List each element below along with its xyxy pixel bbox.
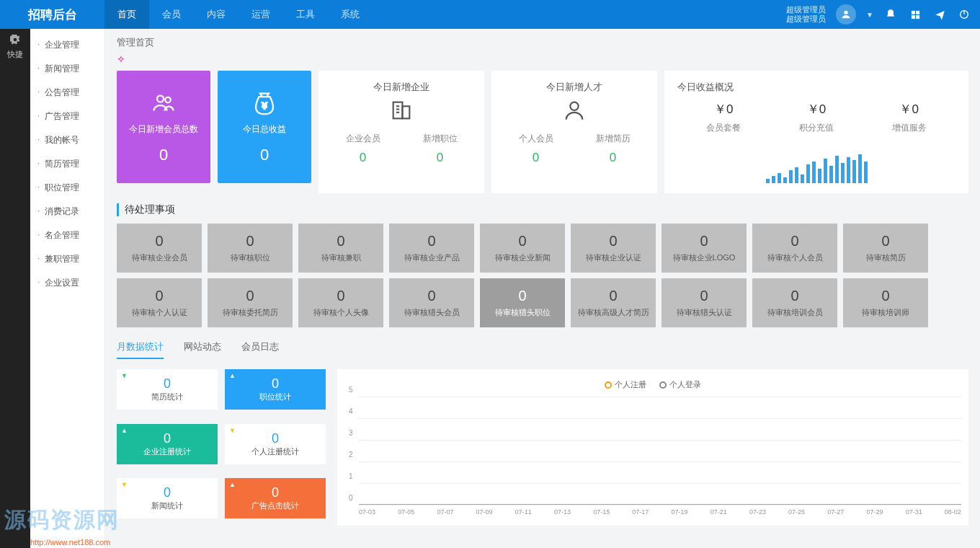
pending-item[interactable]: 0待审核猎头职位	[480, 278, 565, 327]
sidebar-item[interactable]: 名企管理	[30, 224, 104, 247]
sub-label: 企业会员	[346, 133, 380, 145]
x-tick: 07-31	[906, 508, 922, 516]
tile-value: 0	[159, 146, 168, 164]
y-tick: 5	[349, 386, 353, 394]
top-nav: 首页会员内容运营工具系统	[104, 0, 373, 29]
pending-item[interactable]: 0待审核企业LOGO	[662, 224, 747, 273]
topnav-item[interactable]: 内容	[194, 0, 239, 29]
bell-icon[interactable]	[883, 7, 898, 22]
sidebar-item[interactable]: 公告管理	[30, 81, 104, 105]
y-tick: 2	[349, 451, 353, 459]
gear-icon	[10, 35, 20, 45]
sidebar-item[interactable]: 企业设置	[30, 271, 104, 295]
spark-bar	[783, 177, 787, 183]
pending-grid: 0待审核企业会员0待审核职位0待审核兼职0待审核企业产品0待审核企业新闻0待审核…	[117, 224, 968, 327]
power-icon[interactable]	[957, 7, 971, 22]
topnav-item[interactable]: 系统	[328, 0, 373, 29]
stats-row: ▼0简历统计▲0职位统计▲0企业注册统计▼0个人注册统计▼0新闻统计▲0广告点击…	[117, 369, 968, 526]
pending-item[interactable]: 0待审核猎头会员	[389, 278, 474, 327]
trend-icon: ▲	[229, 481, 236, 488]
y-tick: 4	[349, 407, 353, 415]
send-icon[interactable]	[932, 7, 947, 22]
spark-bar	[806, 164, 810, 183]
pending-item[interactable]: 0待审核猎头认证	[662, 278, 747, 327]
svg-rect-11	[402, 106, 409, 118]
pending-item[interactable]: 0待审核企业新闻	[480, 224, 565, 273]
tile-new-members[interactable]: 今日新增会员总数 0	[117, 71, 210, 183]
revenue-item: ￥0会员套餐	[706, 101, 741, 134]
avatar[interactable]	[836, 4, 856, 25]
pending-item[interactable]: 0待审核培训会员	[752, 278, 837, 327]
pending-item[interactable]: 0待审核企业会员	[117, 224, 202, 273]
pending-item[interactable]: 0待审核委托简历	[208, 278, 293, 327]
stat-value: 0	[164, 485, 171, 500]
grid-line	[359, 461, 961, 462]
trend-icon: ▼	[229, 427, 236, 434]
quick-tab[interactable]: 快捷	[0, 29, 30, 548]
pending-label: 待审核猎头会员	[404, 307, 460, 318]
topnav-item[interactable]: 会员	[149, 0, 194, 29]
pending-item[interactable]: 0待审核职位	[208, 224, 293, 273]
stat-value: 0	[272, 376, 279, 392]
trend-icon: ▼	[121, 481, 128, 488]
sidebar-item[interactable]: 职位管理	[30, 176, 104, 200]
topnav-item[interactable]: 运营	[239, 0, 283, 29]
pending-label: 待审核高级人才简历	[578, 307, 649, 318]
pending-count: 0	[518, 233, 526, 249]
chevron-down-icon[interactable]: ▼	[866, 11, 873, 19]
brand-logo: 招聘后台	[0, 0, 104, 29]
panel-revenue: 今日收益概况 ￥0会员套餐￥0积分充值￥0增值服务	[664, 71, 968, 193]
tile-revenue[interactable]: ¥ 今日总收益 0	[218, 71, 311, 183]
pending-count: 0	[700, 288, 708, 304]
sub-label: 个人会员	[519, 133, 553, 145]
chart-legend: 个人注册 个人登录	[344, 379, 961, 390]
y-tick: 0	[349, 494, 353, 502]
pending-item[interactable]: 0待审核培训师	[843, 278, 928, 327]
pending-count: 0	[427, 233, 435, 249]
stat-tile[interactable]: ▲0职位统计	[225, 369, 326, 410]
sidebar-item[interactable]: 我的帐号	[30, 128, 104, 152]
sidebar-item[interactable]: 消费记录	[30, 200, 104, 224]
pending-item[interactable]: 0待审核高级人才简历	[571, 278, 656, 327]
stat-tile[interactable]: ▲0广告点击统计	[225, 478, 326, 518]
x-tick: 07-07	[437, 508, 453, 516]
spark-bar	[824, 159, 827, 183]
tab[interactable]: 月数据统计	[117, 340, 164, 359]
pending-item[interactable]: 0待审核简历	[843, 224, 928, 273]
y-tick: 3	[349, 429, 353, 437]
pending-item[interactable]: 0待审核个人头像	[298, 278, 383, 327]
pending-item[interactable]: 0待审核兼职	[298, 224, 383, 273]
topnav-item[interactable]: 工具	[283, 0, 328, 29]
stat-tile[interactable]: ▼0个人注册统计	[225, 424, 326, 464]
tab[interactable]: 网站动态	[184, 340, 221, 359]
x-tick: 08-02	[945, 508, 961, 516]
pending-item[interactable]: 0待审核个人认证	[117, 278, 202, 327]
revenue-row: ￥0会员套餐￥0积分充值￥0增值服务	[677, 101, 956, 134]
grid-line	[359, 397, 961, 397]
pending-item[interactable]: 0待审核个人会员	[752, 224, 837, 273]
sidebar-item[interactable]: 兼职管理	[30, 247, 104, 271]
stat-tile[interactable]: ▼0新闻统计	[117, 478, 218, 518]
apps-icon[interactable]	[908, 7, 922, 22]
pending-count: 0	[700, 233, 708, 249]
trend-icon: ▼	[121, 372, 128, 379]
user-info: 超级管理员 超级管理员	[786, 5, 826, 24]
stat-label: 企业注册统计	[143, 446, 191, 457]
tab[interactable]: 会员日志	[241, 340, 279, 359]
sidebar-item[interactable]: 广告管理	[30, 105, 104, 128]
stat-tile[interactable]: ▼0简历统计	[117, 369, 218, 410]
spark-bar	[812, 162, 816, 183]
pending-item[interactable]: 0待审核企业认证	[571, 224, 656, 273]
sidebar-item[interactable]: 新闻管理	[30, 57, 104, 81]
stat-label: 广告点击统计	[251, 500, 299, 511]
stat-tile[interactable]: ▲0企业注册统计	[117, 424, 218, 464]
panel-title: 今日新增企业	[324, 81, 478, 94]
sidebar: 企业管理新闻管理公告管理广告管理我的帐号简历管理职位管理消费记录名企管理兼职管理…	[30, 29, 105, 548]
sidebar-item[interactable]: 企业管理	[30, 33, 104, 57]
pending-item[interactable]: 0待审核企业产品	[389, 224, 474, 273]
revenue-label: 增值服务	[892, 122, 927, 134]
topnav-item[interactable]: 首页	[104, 0, 149, 29]
x-tick: 07-05	[398, 508, 414, 516]
x-tick: 07-09	[476, 508, 493, 516]
sidebar-item[interactable]: 简历管理	[30, 152, 104, 176]
